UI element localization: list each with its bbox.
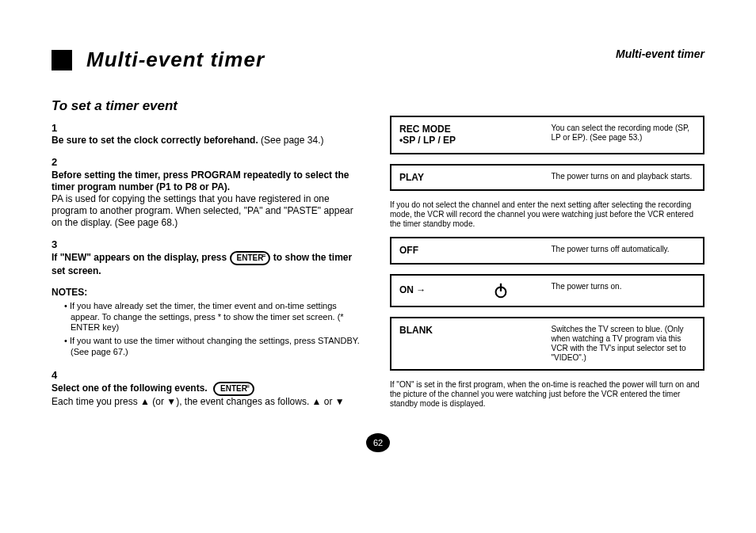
step-3: 3 If "NEW" appears on the display, press…	[52, 238, 366, 277]
enter-key-icon: ENTER	[213, 382, 254, 396]
event-desc: Switches the TV screen to blue. (Only wh…	[552, 325, 696, 363]
step-text-bold: Before setting the timer, press PROGRAM …	[52, 169, 349, 192]
step-text: Each time you press ▲ (or ▼), the event …	[52, 396, 345, 407]
left-column: To set a timer event 1 Be sure to set th…	[52, 92, 366, 417]
note-bullet: If you want to use the timer without cha…	[64, 336, 366, 358]
note-bullet: If you have already set the timer, the t…	[64, 301, 366, 333]
step-number: 4	[52, 369, 63, 382]
event-desc: You can select the recording mode (SP, L…	[552, 124, 696, 143]
right-note: If you do not select the channel and ent…	[390, 200, 704, 229]
page-title: Multi-event timer	[86, 48, 265, 72]
event-title: BLANK	[399, 325, 544, 336]
enter-key-icon: ENTER	[230, 251, 271, 265]
step-number: 3	[52, 238, 63, 251]
power-icon	[492, 282, 510, 299]
event-title-text: ON →	[399, 284, 426, 295]
event-desc: The power turns on.	[552, 282, 696, 291]
event-title: ON →	[399, 282, 544, 299]
event-desc: The power turns on and playback starts.	[552, 172, 696, 181]
step-text-bold: If "NEW" appears on the display, press	[52, 252, 227, 263]
event-box-blank: BLANK Switches the TV screen to blue. (O…	[390, 317, 704, 371]
event-box-play: PLAY The power turns on and playback sta…	[390, 164, 704, 191]
event-box-recmode: REC MODE •SP / LP / EP You can select th…	[390, 116, 704, 154]
event-desc: The power turns off automatically.	[552, 245, 696, 254]
step-text-bold: Select one of the following events.	[52, 383, 208, 394]
page-number: 62	[366, 433, 390, 452]
page-section-label: Multi-event timer	[616, 48, 704, 60]
event-box-off: OFF The power turns off automatically.	[390, 237, 704, 264]
step-text: PA is used for copying the settings that…	[52, 193, 353, 228]
right-column: REC MODE •SP / LP / EP You can select th…	[390, 92, 704, 417]
step-text: (See page 34.)	[261, 135, 323, 146]
section-marker	[52, 50, 72, 70]
right-note: If "ON" is set in the first program, whe…	[390, 380, 704, 409]
event-box-on: ON → The power turns on.	[390, 274, 704, 307]
event-title: PLAY	[399, 172, 544, 183]
step-2: 2 Before setting the timer, press PROGRA…	[52, 156, 366, 228]
notes-heading: NOTES:	[52, 287, 366, 298]
manual-page: Multi-event timer Multi-event timer To s…	[0, 0, 756, 533]
event-title: REC MODE •SP / LP / EP	[399, 124, 544, 147]
step-4: 4 Select one of the following events. EN…	[52, 369, 366, 408]
event-title: OFF	[399, 245, 544, 256]
step-number: 1	[52, 122, 63, 135]
header-row: Multi-event timer Multi-event timer	[52, 48, 704, 72]
left-subheading: To set a timer event	[52, 98, 366, 114]
step-1: 1 Be sure to set the clock correctly bef…	[52, 122, 366, 147]
two-columns: To set a timer event 1 Be sure to set th…	[52, 92, 704, 417]
step-text-bold: Be sure to set the clock correctly befor…	[52, 135, 258, 146]
step-number: 2	[52, 156, 63, 169]
